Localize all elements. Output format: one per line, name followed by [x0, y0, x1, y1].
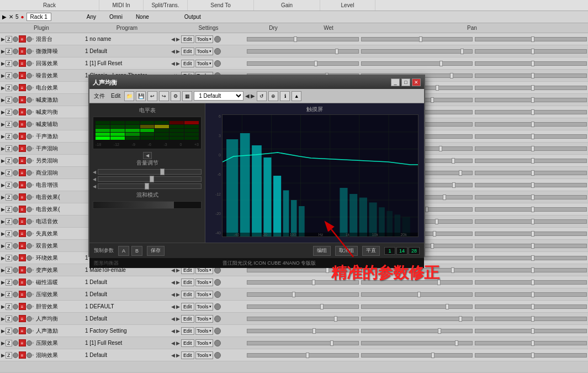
gear-btn[interactable]: [214, 60, 221, 67]
pan-fader[interactable]: [475, 146, 587, 151]
pan-fader[interactable]: [475, 110, 587, 114]
info-icon-btn[interactable]: ℹ: [280, 91, 290, 101]
eq-display[interactable]: -40 -20 100 Hz 1k 10k 20k: [222, 114, 419, 237]
dry-fader[interactable]: [247, 353, 359, 358]
track-z-btn[interactable]: Z: [6, 303, 12, 310]
track-arrow-btn[interactable]: ▶: [1, 122, 5, 127]
dry-fader[interactable]: [247, 49, 359, 54]
folder-icon-btn[interactable]: 📁: [124, 91, 134, 101]
nav-next-icon[interactable]: ▶: [176, 316, 180, 322]
wet-fader[interactable]: [361, 37, 473, 41]
track-z-btn[interactable]: Z: [6, 328, 12, 334]
preset-select[interactable]: 1 Default: [194, 91, 243, 101]
gear-btn[interactable]: [214, 279, 221, 286]
track-z-btn[interactable]: Z: [6, 206, 12, 213]
track-z-btn[interactable]: Z: [6, 218, 12, 225]
pan-fader[interactable]: [475, 122, 587, 127]
track-arrow-btn[interactable]: ▶: [1, 340, 5, 346]
track-arrow-btn[interactable]: ▶: [1, 36, 5, 42]
plugin-right-panel[interactable]: 触摸屏 6 3 0 -6 -12 -20 -40: [205, 103, 424, 243]
nav-next[interactable]: ▶: [251, 93, 255, 99]
pan-fader[interactable]: [475, 244, 587, 248]
wet-fader[interactable]: [361, 292, 473, 297]
pan-fader[interactable]: [475, 37, 587, 41]
nav-prev-icon[interactable]: ◀: [171, 49, 175, 54]
dry-fader[interactable]: [247, 292, 359, 297]
edit-button[interactable]: Edit: [181, 315, 194, 323]
tools-button[interactable]: Tools ▾: [195, 327, 213, 335]
up-icon-btn[interactable]: ▲: [292, 91, 301, 101]
restore-btn[interactable]: □: [401, 78, 410, 86]
track-z-btn[interactable]: Z: [6, 170, 12, 176]
nav-prev-icon[interactable]: ◀: [171, 304, 175, 309]
pan-fader[interactable]: [475, 232, 587, 236]
track-arrow-btn[interactable]: ▶: [1, 280, 5, 285]
wet-fader[interactable]: [361, 61, 473, 66]
pan-fader[interactable]: [475, 159, 587, 163]
nav-next-icon[interactable]: ▶: [176, 49, 180, 54]
nav-prev-icon[interactable]: ◀: [171, 280, 175, 285]
close-btn[interactable]: ✕: [412, 78, 421, 86]
gear-btn[interactable]: [214, 328, 221, 334]
edit-button[interactable]: Edit: [181, 279, 194, 286]
track-arrow-btn[interactable]: ▶: [1, 109, 5, 115]
refresh-icon-btn[interactable]: ↺: [257, 91, 267, 101]
wet-fader[interactable]: [361, 304, 473, 309]
nav-next-icon[interactable]: ▶: [176, 353, 180, 358]
wet-fader[interactable]: [361, 317, 473, 321]
edit-button[interactable]: Edit: [181, 60, 194, 67]
rack-name[interactable]: Rack 1: [27, 13, 51, 21]
tools-button[interactable]: Tools ▾: [195, 291, 213, 298]
track-z-btn[interactable]: Z: [6, 243, 12, 249]
pan-fader[interactable]: [475, 268, 587, 272]
nav-prev-icon[interactable]: ◀: [171, 316, 175, 322]
group-btn[interactable]: 编组: [313, 246, 331, 256]
layout-icon-btn[interactable]: ▦: [182, 91, 192, 101]
track-z-btn[interactable]: Z: [6, 85, 12, 91]
track-arrow-btn[interactable]: ▶: [1, 134, 5, 139]
track-z-btn[interactable]: Z: [6, 182, 12, 188]
minimize-btn[interactable]: _: [391, 78, 400, 86]
track-arrow-btn[interactable]: ▶: [1, 207, 5, 212]
settings-icon-btn[interactable]: ⚙: [171, 91, 181, 101]
dry-fader[interactable]: [247, 280, 359, 285]
track-arrow-btn[interactable]: ▶: [1, 61, 5, 66]
track-arrow-btn[interactable]: ▶: [1, 49, 5, 54]
nav-next-icon[interactable]: ▶: [176, 304, 180, 309]
tools-button[interactable]: Tools ▾: [195, 60, 213, 67]
dry-fader[interactable]: [247, 268, 359, 272]
pan-fader[interactable]: [475, 98, 587, 102]
track-arrow-btn[interactable]: ▶: [1, 353, 5, 358]
nav-prev-icon[interactable]: ◀: [171, 61, 175, 66]
pan-fader[interactable]: [475, 171, 587, 175]
btn-a[interactable]: A: [118, 246, 129, 256]
cancel-btn[interactable]: 取消组: [335, 246, 358, 256]
gear-btn[interactable]: [214, 352, 221, 359]
nav-next-icon[interactable]: ▶: [176, 36, 180, 42]
track-z-btn[interactable]: Z: [6, 279, 12, 286]
flat-btn[interactable]: 平直: [362, 246, 380, 256]
track-arrow-btn[interactable]: ▶: [1, 255, 5, 261]
tools-button[interactable]: Tools ▾: [195, 35, 213, 43]
gear-btn[interactable]: [214, 48, 221, 55]
nav-next-icon[interactable]: ▶: [176, 280, 180, 285]
nav-prev-icon[interactable]: ◀: [171, 267, 175, 273]
dry-fader[interactable]: [247, 37, 359, 41]
track-z-btn[interactable]: Z: [6, 230, 12, 237]
pan-fader[interactable]: [475, 304, 587, 309]
edit-button[interactable]: Edit: [181, 35, 194, 43]
pan-fader[interactable]: [475, 61, 587, 66]
track-arrow-btn[interactable]: ▶: [1, 195, 5, 200]
track-z-btn[interactable]: Z: [6, 36, 12, 43]
track-arrow-btn[interactable]: ▶: [1, 158, 5, 164]
gear-btn[interactable]: [214, 303, 221, 310]
track-z-btn[interactable]: Z: [6, 109, 12, 115]
pan-fader[interactable]: [475, 353, 587, 358]
nav-prev-icon[interactable]: ◀: [171, 353, 175, 358]
track-arrow-btn[interactable]: ▶: [1, 292, 5, 297]
track-arrow-btn[interactable]: ▶: [1, 182, 5, 188]
pan-fader[interactable]: [475, 86, 587, 90]
tools-button[interactable]: Tools ▾: [195, 339, 213, 347]
nav-prev-icon[interactable]: ◀: [171, 340, 175, 346]
gear-btn[interactable]: [214, 291, 221, 298]
